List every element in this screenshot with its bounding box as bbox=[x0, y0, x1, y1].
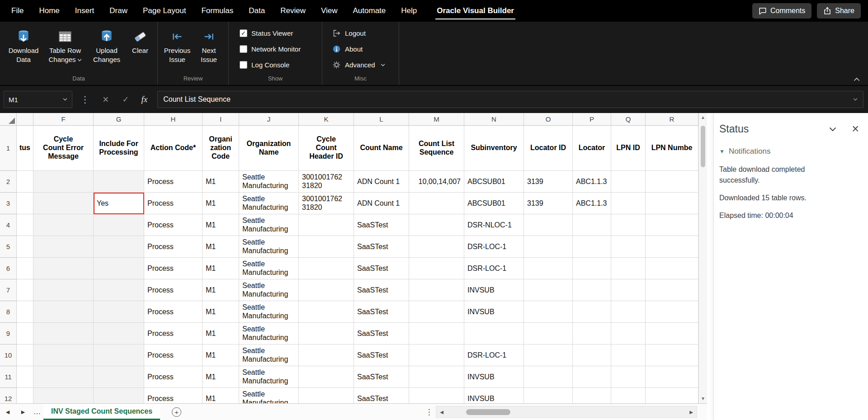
cell-O9[interactable] bbox=[524, 323, 573, 344]
cell-H12[interactable]: Process bbox=[144, 388, 203, 403]
cell-O6[interactable] bbox=[524, 258, 573, 279]
cell-clipped2[interactable] bbox=[17, 171, 33, 193]
cell-F10[interactable] bbox=[33, 344, 94, 366]
row-number-5[interactable]: 5 bbox=[0, 236, 17, 258]
cell-M4[interactable] bbox=[409, 214, 464, 236]
cell-J3[interactable]: Seattle Manufacturing bbox=[239, 193, 299, 214]
cell-O7[interactable] bbox=[524, 279, 573, 301]
cell-R5[interactable] bbox=[646, 236, 698, 258]
cell-F9[interactable] bbox=[33, 323, 94, 344]
cell-M11[interactable] bbox=[409, 366, 464, 388]
cell-K9[interactable] bbox=[299, 323, 354, 344]
collapse-pane-icon[interactable] bbox=[829, 127, 836, 132]
name-box[interactable]: M1 bbox=[4, 91, 72, 108]
cell-L8[interactable]: SaaSTest bbox=[354, 301, 409, 323]
clear-button[interactable]: Clear bbox=[127, 24, 154, 74]
menu-draw[interactable]: Draw bbox=[102, 0, 135, 22]
menu-help[interactable]: Help bbox=[393, 0, 425, 22]
cell-G2[interactable] bbox=[94, 171, 144, 193]
column-letter-Q[interactable]: Q bbox=[611, 113, 646, 126]
download-data-button[interactable]: Download Data bbox=[4, 24, 43, 74]
header-cell-L1[interactable]: Count Name bbox=[354, 126, 409, 171]
table-row-changes-button[interactable]: Table Row Changes bbox=[43, 24, 87, 74]
cell-O12[interactable] bbox=[524, 388, 573, 403]
cell-J2[interactable]: Seattle Manufacturing bbox=[239, 171, 299, 193]
cell-I11[interactable]: M1 bbox=[203, 366, 239, 388]
menu-formulas[interactable]: Formulas bbox=[193, 0, 241, 22]
expand-formula-bar-icon[interactable] bbox=[853, 98, 858, 101]
cell-H9[interactable]: Process bbox=[144, 323, 203, 344]
cell-R12[interactable] bbox=[646, 388, 698, 403]
network-monitor-toggle[interactable]: Network Monitor bbox=[232, 41, 318, 57]
cell-N3[interactable]: ABCSUB01 bbox=[464, 193, 524, 214]
cell-G3[interactable]: Yes bbox=[94, 193, 144, 214]
cell-G5[interactable] bbox=[94, 236, 144, 258]
header-cell-M1[interactable]: Count List Sequence bbox=[409, 126, 464, 171]
log-console-checkbox[interactable] bbox=[240, 61, 247, 69]
cell-clipped10[interactable] bbox=[17, 344, 33, 366]
cell-J9[interactable]: Seattle Manufacturing bbox=[239, 323, 299, 344]
row-number-1[interactable]: 1 bbox=[0, 126, 17, 171]
cell-L11[interactable]: SaaSTest bbox=[354, 366, 409, 388]
notifications-collapse-icon[interactable]: ▼ bbox=[719, 148, 725, 155]
scroll-left-icon[interactable]: ◀ bbox=[436, 410, 447, 415]
network-monitor-checkbox[interactable] bbox=[240, 45, 247, 53]
cell-clipped5[interactable] bbox=[17, 236, 33, 258]
cell-H3[interactable]: Process bbox=[144, 193, 203, 214]
cell-P11[interactable] bbox=[573, 366, 611, 388]
cell-F11[interactable] bbox=[33, 366, 94, 388]
menu-review[interactable]: Review bbox=[273, 0, 313, 22]
cell-I12[interactable]: M1 bbox=[203, 388, 239, 403]
upload-changes-button[interactable]: Upload Changes bbox=[87, 24, 127, 74]
column-letter-O[interactable]: O bbox=[524, 113, 573, 126]
cell-clipped7[interactable] bbox=[17, 279, 33, 301]
cell-J5[interactable]: Seattle Manufacturing bbox=[239, 236, 299, 258]
name-box-dropdown-icon[interactable] bbox=[63, 98, 67, 101]
cell-N4[interactable]: DSR-NLOC-1 bbox=[464, 214, 524, 236]
cell-Q9[interactable] bbox=[611, 323, 646, 344]
cell-N7[interactable]: INVSUB bbox=[464, 279, 524, 301]
cell-K5[interactable] bbox=[299, 236, 354, 258]
cell-K2[interactable]: 3001001762 31820 bbox=[299, 171, 354, 193]
cell-L9[interactable]: SaaSTest bbox=[354, 323, 409, 344]
cell-O10[interactable] bbox=[524, 344, 573, 366]
cell-L2[interactable]: ADN Count 1 bbox=[354, 171, 409, 193]
cell-P9[interactable] bbox=[573, 323, 611, 344]
sheet-tab-active[interactable]: INV Staged Count Sequences bbox=[43, 404, 160, 420]
cell-N10[interactable]: DSR-LOC-1 bbox=[464, 344, 524, 366]
cell-H2[interactable]: Process bbox=[144, 171, 203, 193]
cell-M2[interactable]: 10,00,14,007 bbox=[409, 171, 464, 193]
row-number-2[interactable]: 2 bbox=[0, 171, 17, 193]
horizontal-scrollbar[interactable]: ◀ ▶ bbox=[436, 406, 697, 418]
status-viewer-toggle[interactable]: ✓ Status Viewer bbox=[232, 25, 318, 41]
about-button[interactable]: About bbox=[326, 41, 395, 57]
row-number-8[interactable]: 8 bbox=[0, 301, 17, 323]
sheet-list-icon[interactable]: … bbox=[31, 407, 43, 416]
menu-page-layout[interactable]: Page Layout bbox=[135, 0, 193, 22]
cell-F6[interactable] bbox=[33, 258, 94, 279]
header-cell-O1[interactable]: Locator ID bbox=[524, 126, 573, 171]
cell-K7[interactable] bbox=[299, 279, 354, 301]
scroll-up-icon[interactable]: ▲ bbox=[701, 115, 705, 120]
cell-clipped9[interactable] bbox=[17, 323, 33, 344]
cell-O11[interactable] bbox=[524, 366, 573, 388]
cell-J11[interactable]: Seattle Manufacturing bbox=[239, 366, 299, 388]
formula-bar-menu-icon[interactable]: ⋮ bbox=[80, 94, 90, 105]
menu-file[interactable]: File bbox=[4, 0, 31, 22]
cell-N5[interactable]: DSR-LOC-1 bbox=[464, 236, 524, 258]
cell-clipped3[interactable] bbox=[17, 193, 33, 214]
cell-M8[interactable] bbox=[409, 301, 464, 323]
cell-H10[interactable]: Process bbox=[144, 344, 203, 366]
column-letter-K[interactable]: K bbox=[299, 113, 354, 126]
cell-G10[interactable] bbox=[94, 344, 144, 366]
cell-P12[interactable] bbox=[573, 388, 611, 403]
cell-I3[interactable]: M1 bbox=[203, 193, 239, 214]
advanced-button[interactable]: Advanced bbox=[326, 57, 395, 73]
header-cell-P1[interactable]: Locator bbox=[573, 126, 611, 171]
logout-button[interactable]: Logout bbox=[326, 25, 395, 41]
cell-J7[interactable]: Seattle Manufacturing bbox=[239, 279, 299, 301]
cell-R7[interactable] bbox=[646, 279, 698, 301]
cell-R8[interactable] bbox=[646, 301, 698, 323]
menu-data[interactable]: Data bbox=[241, 0, 273, 22]
cell-G8[interactable] bbox=[94, 301, 144, 323]
